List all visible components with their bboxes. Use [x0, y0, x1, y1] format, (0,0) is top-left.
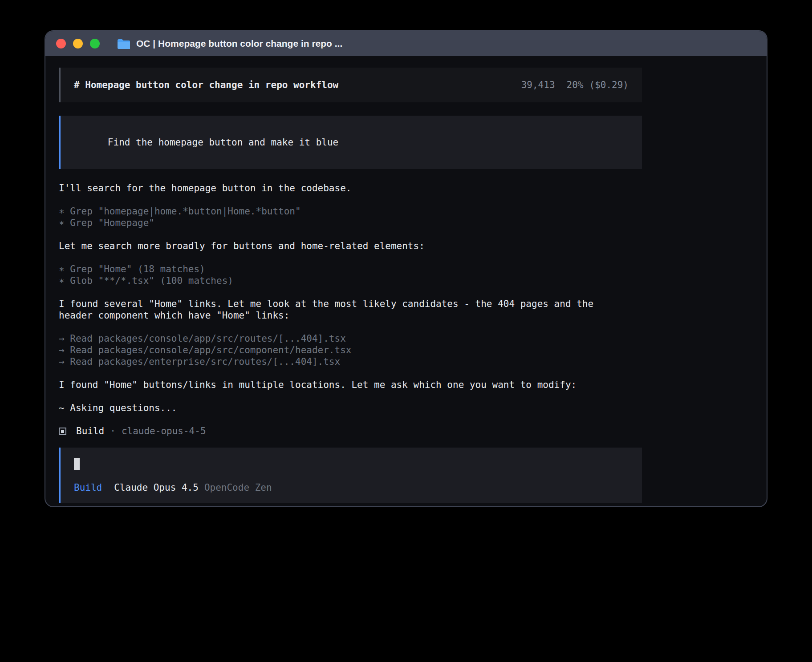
input-model-label[interactable]: Claude Opus 4.5 — [114, 482, 199, 493]
tool-call-group: ∗ Grep "homepage|home.*button|Home.*butt… — [59, 206, 642, 229]
terminal-content: # Homepage button color change in repo w… — [45, 56, 767, 507]
asking-questions-line: ~ Asking questions... — [59, 402, 642, 414]
read-tool-line: → Read packages/enterprise/src/routes/[.… — [59, 356, 642, 367]
agent-status-line: Build · claude-opus-4-5 — [59, 425, 642, 437]
token-count: 39,413 — [521, 79, 555, 91]
model-name: claude-opus-4-5 — [122, 426, 206, 436]
glob-tool-line: ∗ Glob "**/*.tsx" (100 matches) — [59, 275, 642, 287]
window-title: OC | Homepage button color change in rep… — [136, 38, 342, 49]
tool-call-group: → Read packages/console/app/src/routes/[… — [59, 333, 642, 367]
session-header: # Homepage button color change in repo w… — [59, 68, 642, 102]
session-cost: ($0.29) — [589, 79, 629, 91]
prompt-input[interactable]: Build Claude Opus 4.5 OpenCode Zen — [59, 448, 642, 503]
grep-tool-line: ∗ Grep "homepage|home.*button|Home.*butt… — [59, 206, 642, 217]
separator-dot: · — [110, 426, 116, 436]
folder-icon — [117, 38, 130, 49]
user-message-text: Find the homepage button and make it blu… — [108, 137, 338, 148]
build-square-icon — [59, 428, 66, 435]
session-title: # Homepage button color change in repo w… — [74, 79, 338, 91]
grep-tool-line: ∗ Grep "Home" (18 matches) — [59, 263, 642, 275]
input-meta: Build Claude Opus 4.5 OpenCode Zen — [74, 482, 629, 493]
text-cursor — [74, 458, 80, 470]
read-tool-line: → Read packages/console/app/src/componen… — [59, 344, 642, 356]
titlebar[interactable]: OC | Homepage button color change in rep… — [45, 31, 767, 56]
assistant-message: I'll search for the homepage button in t… — [59, 182, 642, 194]
assistant-line: I found several "Home" links. Let me loo… — [59, 298, 642, 310]
transcript: I'll search for the homepage button in t… — [59, 182, 642, 437]
agent-name: Build — [76, 426, 104, 436]
traffic-lights — [56, 39, 100, 48]
assistant-status-message: ~ Asking questions... — [59, 402, 642, 414]
assistant-line: Let me search more broadly for buttons a… — [59, 240, 642, 252]
read-tool-line: → Read packages/console/app/src/routes/[… — [59, 333, 642, 344]
assistant-message: I found several "Home" links. Let me loo… — [59, 298, 642, 321]
tool-call-group: ∗ Grep "Home" (18 matches) ∗ Glob "**/*.… — [59, 263, 642, 287]
user-message-block: Find the homepage button and make it blu… — [59, 116, 642, 169]
session-stats: 39,413 20% ($0.29) — [521, 79, 629, 91]
input-line[interactable] — [74, 458, 629, 471]
minimize-button[interactable] — [73, 39, 83, 48]
assistant-message: I found "Home" buttons/links in multiple… — [59, 379, 642, 391]
close-button[interactable] — [56, 39, 66, 48]
assistant-line: header component which have "Home" links… — [59, 310, 642, 321]
zoom-button[interactable] — [90, 39, 100, 48]
input-provider-label: OpenCode Zen — [204, 482, 272, 493]
grep-tool-line: ∗ Grep "Homepage" — [59, 217, 642, 229]
assistant-line: I found "Home" buttons/links in multiple… — [59, 379, 642, 391]
terminal-window: OC | Homepage button color change in rep… — [45, 30, 767, 507]
context-percent: 20% — [567, 79, 584, 91]
input-agent-label[interactable]: Build — [74, 482, 102, 493]
assistant-message: Let me search more broadly for buttons a… — [59, 240, 642, 252]
assistant-line: I'll search for the homepage button in t… — [59, 182, 642, 194]
